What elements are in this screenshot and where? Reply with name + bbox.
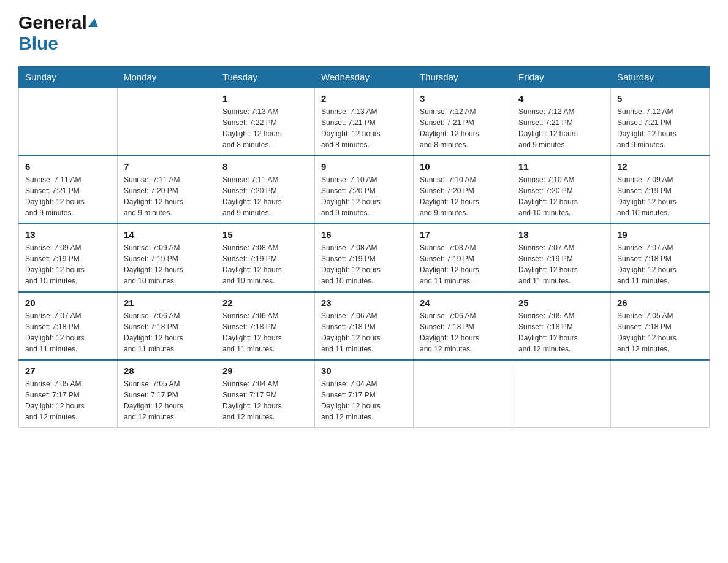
calendar-cell: 7Sunrise: 7:11 AM Sunset: 7:20 PM Daylig…: [118, 156, 216, 224]
day-number: 1: [222, 93, 308, 104]
day-number: 9: [321, 161, 407, 172]
calendar-cell: 16Sunrise: 7:08 AM Sunset: 7:19 PM Dayli…: [315, 224, 414, 292]
calendar-table: SundayMondayTuesdayWednesdayThursdayFrid…: [18, 66, 710, 428]
day-number: 27: [25, 366, 111, 376]
day-info: Sunrise: 7:05 AM Sunset: 7:18 PM Dayligh…: [617, 310, 703, 354]
day-info: Sunrise: 7:12 AM Sunset: 7:21 PM Dayligh…: [420, 106, 506, 150]
calendar-cell: 14Sunrise: 7:09 AM Sunset: 7:19 PM Dayli…: [118, 224, 216, 292]
calendar-week-5: 27Sunrise: 7:05 AM Sunset: 7:17 PM Dayli…: [19, 360, 710, 428]
calendar-cell: 18Sunrise: 7:07 AM Sunset: 7:19 PM Dayli…: [512, 224, 611, 292]
day-number: 23: [321, 297, 407, 308]
day-info: Sunrise: 7:10 AM Sunset: 7:20 PM Dayligh…: [321, 174, 407, 218]
day-number: 5: [617, 93, 703, 104]
day-number: 8: [222, 161, 308, 172]
day-info: Sunrise: 7:11 AM Sunset: 7:20 PM Dayligh…: [222, 174, 308, 218]
calendar-cell: [512, 360, 611, 428]
day-info: Sunrise: 7:11 AM Sunset: 7:21 PM Dayligh…: [25, 174, 111, 218]
calendar-week-4: 20Sunrise: 7:07 AM Sunset: 7:18 PM Dayli…: [19, 292, 710, 360]
day-info: Sunrise: 7:10 AM Sunset: 7:20 PM Dayligh…: [518, 174, 604, 218]
day-number: 6: [25, 161, 111, 172]
day-number: 26: [617, 297, 703, 308]
day-number: 13: [25, 229, 111, 240]
day-info: Sunrise: 7:06 AM Sunset: 7:18 PM Dayligh…: [420, 310, 506, 354]
day-info: Sunrise: 7:05 AM Sunset: 7:17 PM Dayligh…: [124, 378, 210, 423]
day-number: 11: [518, 161, 604, 172]
calendar-week-1: 1Sunrise: 7:13 AM Sunset: 7:22 PM Daylig…: [19, 88, 710, 156]
calendar-cell: 21Sunrise: 7:06 AM Sunset: 7:18 PM Dayli…: [118, 292, 216, 360]
calendar-cell: 26Sunrise: 7:05 AM Sunset: 7:18 PM Dayli…: [611, 292, 710, 360]
calendar-cell: 30Sunrise: 7:04 AM Sunset: 7:17 PM Dayli…: [315, 360, 414, 428]
calendar-body: 1Sunrise: 7:13 AM Sunset: 7:22 PM Daylig…: [19, 88, 710, 428]
day-info: Sunrise: 7:06 AM Sunset: 7:18 PM Dayligh…: [222, 310, 308, 354]
day-number: 4: [518, 93, 604, 104]
calendar-cell: 19Sunrise: 7:07 AM Sunset: 7:18 PM Dayli…: [611, 224, 710, 292]
calendar-cell: 2Sunrise: 7:13 AM Sunset: 7:21 PM Daylig…: [315, 88, 414, 156]
logo: General Blue: [18, 12, 99, 54]
day-info: Sunrise: 7:12 AM Sunset: 7:21 PM Dayligh…: [617, 106, 703, 150]
calendar-cell: 4Sunrise: 7:12 AM Sunset: 7:21 PM Daylig…: [512, 88, 611, 156]
weekday-header-friday: Friday: [512, 67, 611, 88]
calendar-cell: [118, 88, 216, 156]
calendar-cell: 6Sunrise: 7:11 AM Sunset: 7:21 PM Daylig…: [19, 156, 118, 224]
day-number: 21: [124, 297, 210, 308]
day-info: Sunrise: 7:13 AM Sunset: 7:22 PM Dayligh…: [222, 106, 308, 150]
calendar-cell: [19, 88, 118, 156]
page-header: General Blue: [18, 12, 710, 54]
calendar-cell: [414, 360, 512, 428]
calendar-cell: 12Sunrise: 7:09 AM Sunset: 7:19 PM Dayli…: [611, 156, 710, 224]
day-number: 17: [420, 229, 506, 240]
calendar-cell: 1Sunrise: 7:13 AM Sunset: 7:22 PM Daylig…: [216, 88, 315, 156]
day-number: 10: [420, 161, 506, 172]
calendar-cell: 5Sunrise: 7:12 AM Sunset: 7:21 PM Daylig…: [611, 88, 710, 156]
weekday-header-sunday: Sunday: [19, 67, 118, 88]
day-number: 2: [321, 93, 407, 104]
calendar-cell: 13Sunrise: 7:09 AM Sunset: 7:19 PM Dayli…: [19, 224, 118, 292]
day-number: 19: [617, 229, 703, 240]
day-info: Sunrise: 7:07 AM Sunset: 7:18 PM Dayligh…: [617, 242, 703, 286]
day-number: 7: [124, 161, 210, 172]
day-number: 12: [617, 161, 703, 172]
day-number: 30: [321, 366, 407, 376]
day-number: 3: [420, 93, 506, 104]
day-info: Sunrise: 7:05 AM Sunset: 7:17 PM Dayligh…: [25, 378, 111, 423]
calendar-cell: 22Sunrise: 7:06 AM Sunset: 7:18 PM Dayli…: [216, 292, 315, 360]
day-info: Sunrise: 7:13 AM Sunset: 7:21 PM Dayligh…: [321, 106, 407, 150]
calendar-cell: 15Sunrise: 7:08 AM Sunset: 7:19 PM Dayli…: [216, 224, 315, 292]
day-number: 15: [222, 229, 308, 240]
day-info: Sunrise: 7:09 AM Sunset: 7:19 PM Dayligh…: [617, 174, 703, 218]
calendar-week-2: 6Sunrise: 7:11 AM Sunset: 7:21 PM Daylig…: [19, 156, 710, 224]
weekday-header-wednesday: Wednesday: [315, 67, 414, 88]
calendar-header: SundayMondayTuesdayWednesdayThursdayFrid…: [19, 67, 710, 88]
calendar-cell: 24Sunrise: 7:06 AM Sunset: 7:18 PM Dayli…: [414, 292, 512, 360]
day-number: 29: [222, 366, 308, 376]
day-number: 14: [124, 229, 210, 240]
calendar-cell: 9Sunrise: 7:10 AM Sunset: 7:20 PM Daylig…: [315, 156, 414, 224]
day-info: Sunrise: 7:04 AM Sunset: 7:17 PM Dayligh…: [222, 378, 308, 423]
day-info: Sunrise: 7:07 AM Sunset: 7:18 PM Dayligh…: [25, 310, 111, 354]
day-info: Sunrise: 7:06 AM Sunset: 7:18 PM Dayligh…: [321, 310, 407, 354]
calendar-cell: 25Sunrise: 7:05 AM Sunset: 7:18 PM Dayli…: [512, 292, 611, 360]
weekday-header-monday: Monday: [118, 67, 216, 88]
calendar-cell: 3Sunrise: 7:12 AM Sunset: 7:21 PM Daylig…: [414, 88, 512, 156]
day-info: Sunrise: 7:10 AM Sunset: 7:20 PM Dayligh…: [420, 174, 506, 218]
calendar-week-3: 13Sunrise: 7:09 AM Sunset: 7:19 PM Dayli…: [19, 224, 710, 292]
calendar-cell: 8Sunrise: 7:11 AM Sunset: 7:20 PM Daylig…: [216, 156, 315, 224]
logo-blue-text: Blue: [18, 33, 58, 53]
day-info: Sunrise: 7:09 AM Sunset: 7:19 PM Dayligh…: [124, 242, 210, 286]
day-number: 24: [420, 297, 506, 308]
day-info: Sunrise: 7:11 AM Sunset: 7:20 PM Dayligh…: [124, 174, 210, 218]
calendar-cell: 20Sunrise: 7:07 AM Sunset: 7:18 PM Dayli…: [19, 292, 118, 360]
day-info: Sunrise: 7:08 AM Sunset: 7:19 PM Dayligh…: [321, 242, 407, 286]
day-info: Sunrise: 7:07 AM Sunset: 7:19 PM Dayligh…: [518, 242, 604, 286]
calendar-cell: 27Sunrise: 7:05 AM Sunset: 7:17 PM Dayli…: [19, 360, 118, 428]
weekday-header-tuesday: Tuesday: [216, 67, 315, 88]
day-info: Sunrise: 7:09 AM Sunset: 7:19 PM Dayligh…: [25, 242, 111, 286]
weekday-header-saturday: Saturday: [611, 67, 710, 88]
calendar-cell: 23Sunrise: 7:06 AM Sunset: 7:18 PM Dayli…: [315, 292, 414, 360]
day-info: Sunrise: 7:08 AM Sunset: 7:19 PM Dayligh…: [222, 242, 308, 286]
calendar-cell: 17Sunrise: 7:08 AM Sunset: 7:19 PM Dayli…: [414, 224, 512, 292]
day-info: Sunrise: 7:04 AM Sunset: 7:17 PM Dayligh…: [321, 378, 407, 423]
calendar-cell: 11Sunrise: 7:10 AM Sunset: 7:20 PM Dayli…: [512, 156, 611, 224]
logo-text: General: [18, 12, 99, 33]
day-info: Sunrise: 7:05 AM Sunset: 7:18 PM Dayligh…: [518, 310, 604, 354]
